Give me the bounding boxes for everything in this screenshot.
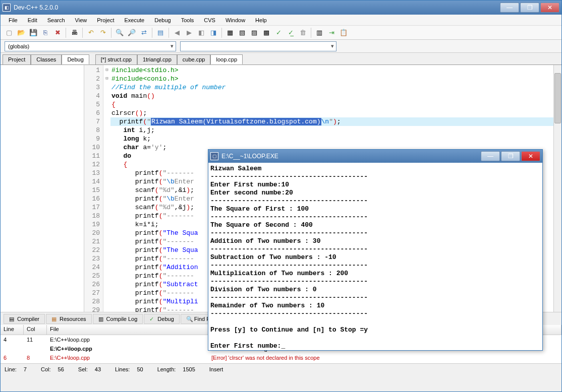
goto-bookmark-icon[interactable]: ◨ xyxy=(208,27,219,38)
step-back-icon[interactable]: ◀ xyxy=(172,27,183,38)
compile-icon[interactable]: ▦ xyxy=(224,27,236,38)
sb-lines-value: 50 xyxy=(137,366,143,372)
menu-debug[interactable]: Debug xyxy=(150,16,175,24)
goto-icon[interactable]: ▤ xyxy=(155,27,166,38)
file-tab-loop[interactable]: loop.cpp xyxy=(210,54,243,64)
menu-tools[interactable]: Tools xyxy=(177,16,198,24)
btab-compilelog[interactable]: ▥Compile Log xyxy=(93,314,143,324)
tab-classes[interactable]: Classes xyxy=(31,54,62,64)
file-tab-cube[interactable]: cube.cpp xyxy=(177,54,211,64)
statusbar: Line:7 Col:56 Sel:43 Lines:50 Length:150… xyxy=(1,363,561,374)
menu-cvs[interactable]: CVS xyxy=(200,16,219,24)
scrollbar-thumb[interactable] xyxy=(554,73,561,123)
combo-row: (globals) xyxy=(1,40,561,53)
new-project-icon[interactable]: ▥ xyxy=(314,27,325,38)
debug-tab-icon: ✓ xyxy=(149,316,155,322)
console-icon: ▢ xyxy=(210,152,218,160)
add-file-icon[interactable]: ⇥ xyxy=(326,27,337,38)
sb-line-label: Line: xyxy=(5,366,17,372)
close-file-icon[interactable]: ✖ xyxy=(52,27,63,38)
left-panel[interactable] xyxy=(1,65,84,312)
menubar: File Edit Search View Project Execute De… xyxy=(1,15,561,26)
sb-line-value: 7 xyxy=(24,366,27,372)
open-icon[interactable]: 📂 xyxy=(16,27,27,38)
print-icon[interactable]: 🖶 xyxy=(69,27,80,38)
sb-sel-value: 43 xyxy=(95,366,101,372)
menu-edit[interactable]: Edit xyxy=(24,16,41,24)
find-icon[interactable]: 🔍 xyxy=(114,27,125,38)
tab-project[interactable]: Project xyxy=(3,54,31,64)
window-title: Dev-C++ 5.2.0.0 xyxy=(14,4,500,11)
output-row[interactable]: 68E:\C++\loop.cpp[Error] 'clrscr' was no… xyxy=(1,353,561,362)
sb-sel-label: Sel: xyxy=(78,366,88,372)
compile-run-icon[interactable]: ▨ xyxy=(249,27,260,38)
menu-window[interactable]: Window xyxy=(221,16,249,24)
tabs-row: Project Classes Debug [*] struct.cpp 1tr… xyxy=(1,53,561,65)
btab-resources[interactable]: ▦Resources xyxy=(46,314,92,324)
col-col[interactable]: Col xyxy=(24,325,47,335)
menu-execute[interactable]: Execute xyxy=(120,16,148,24)
titlebar[interactable]: ◧ Dev-C++ 5.2.0.0 — ❐ ✕ xyxy=(1,1,561,15)
log-icon: ▥ xyxy=(98,316,104,322)
redo-icon[interactable]: ↷ xyxy=(97,27,108,38)
rebuild-icon[interactable]: ▩ xyxy=(261,27,272,38)
debug-icon[interactable]: ✓ xyxy=(273,27,284,38)
find-again-icon[interactable]: ⇄ xyxy=(138,27,149,38)
run-icon[interactable]: ▧ xyxy=(237,27,248,38)
toggle-bookmark-icon[interactable]: ◧ xyxy=(196,27,207,38)
toolbar: ▢ 📂 💾 ⎘ ✖ 🖶 ↶ ↷ 🔍 🔎 ⇄ ▤ ◀ ▶ ◧ ◨ ▦ ▧ ▨ ▩ … xyxy=(1,26,561,40)
console-titlebar[interactable]: ▢ E:\C__~1\LOOP.EXE — ❐ ✕ xyxy=(208,150,542,163)
sb-col-label: Col: xyxy=(41,366,51,372)
profile-icon[interactable]: ✓̲ xyxy=(285,27,296,38)
member-combo[interactable] xyxy=(180,41,336,51)
minimize-button[interactable]: — xyxy=(500,3,519,13)
menu-file[interactable]: File xyxy=(5,16,22,24)
resources-icon: ▦ xyxy=(51,316,58,322)
console-maximize-button[interactable]: ❐ xyxy=(501,151,520,161)
maximize-button[interactable]: ❐ xyxy=(520,3,539,13)
remove-file-icon[interactable]: 📋 xyxy=(338,27,349,38)
replace-icon[interactable]: 🔎 xyxy=(126,27,137,38)
compiler-icon: ▤ xyxy=(9,316,15,322)
vertical-scrollbar[interactable] xyxy=(553,65,561,312)
btab-debug[interactable]: ✓Debug xyxy=(144,314,179,324)
console-title: E:\C__~1\LOOP.EXE xyxy=(221,153,481,160)
sb-mode: Insert xyxy=(209,366,223,372)
new-file-icon[interactable]: ▢ xyxy=(4,27,15,38)
file-tab-triangl[interactable]: 1triangl.cpp xyxy=(137,54,177,64)
console-window[interactable]: ▢ E:\C__~1\LOOP.EXE — ❐ ✕ Rizwan Saleem … xyxy=(208,149,543,351)
console-close-button[interactable]: ✕ xyxy=(521,151,540,161)
btab-compiler[interactable]: ▤Compiler xyxy=(4,314,45,324)
menu-project[interactable]: Project xyxy=(93,16,118,24)
scope-combo[interactable]: (globals) xyxy=(5,41,176,51)
sb-col-value: 56 xyxy=(58,366,64,372)
col-line[interactable]: Line xyxy=(1,325,24,335)
menu-help[interactable]: Help xyxy=(251,16,271,24)
console-minimize-button[interactable]: — xyxy=(481,151,500,161)
console-output[interactable]: Rizwan Saleem --------------------------… xyxy=(208,163,542,350)
save-all-icon[interactable]: ⎘ xyxy=(40,27,51,38)
trash-icon[interactable]: 🗑 xyxy=(297,27,308,38)
menu-view[interactable]: View xyxy=(71,16,91,24)
close-button[interactable]: ✕ xyxy=(540,3,559,13)
menu-search[interactable]: Search xyxy=(43,16,69,24)
file-tab-struct[interactable]: [*] struct.cpp xyxy=(95,54,137,64)
app-icon: ◧ xyxy=(3,4,11,12)
save-icon[interactable]: 💾 xyxy=(28,27,39,38)
sb-length-label: Length: xyxy=(157,366,176,372)
col-file[interactable]: File xyxy=(47,325,208,335)
line-gutter: 1234567891011121314151617181920212223242… xyxy=(84,65,103,312)
undo-icon[interactable]: ↶ xyxy=(85,27,96,38)
fold-column[interactable]: ⊟⊟ xyxy=(103,65,110,83)
step-forward-icon[interactable]: ▶ xyxy=(184,27,195,38)
tab-debug[interactable]: Debug xyxy=(62,54,89,64)
sb-lines-label: Lines: xyxy=(115,366,130,372)
find-tab-icon: 🔍 xyxy=(186,316,192,322)
sb-length-value: 1505 xyxy=(183,366,195,372)
